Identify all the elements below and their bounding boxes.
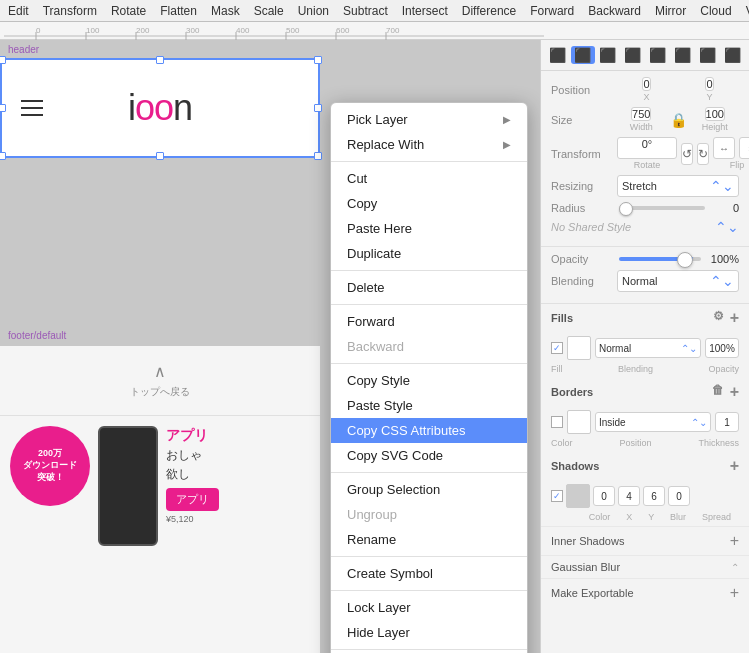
ctx-hide-layer[interactable]: Hide Layer [331, 620, 527, 645]
position-y-input[interactable]: 0 [705, 77, 713, 91]
shadows-add-icon[interactable]: + [730, 457, 739, 475]
fill-blending-select[interactable]: Normal ⌃⌄ [595, 338, 701, 358]
align-left-icon[interactable]: ⬛ [546, 46, 570, 64]
border-color-sublabel: Color [551, 438, 573, 448]
shadow-y-value[interactable]: 4 [618, 486, 640, 506]
border-thickness-value[interactable]: 1 [715, 412, 739, 432]
ctx-delete[interactable]: Delete [331, 275, 527, 300]
shared-style-arrow-icon[interactable]: ⌃⌄ [715, 219, 739, 235]
fill-blending-arrow-icon: ⌃⌄ [681, 343, 697, 354]
rotate-ccw-button[interactable]: ↺ [681, 143, 693, 165]
flip-h-button[interactable]: ↔ [713, 137, 735, 159]
menu-forward[interactable]: Forward [530, 4, 574, 18]
rotate-input[interactable]: 0° [617, 137, 677, 159]
flip-v-button[interactable]: ↕ [739, 137, 749, 159]
radius-slider[interactable] [619, 206, 705, 210]
menu-intersect[interactable]: Intersect [402, 4, 448, 18]
align-bottom-icon[interactable]: ⬛ [671, 46, 695, 64]
ctx-copy[interactable]: Copy [331, 191, 527, 216]
align-center-h-icon[interactable]: ⬛ [571, 46, 595, 64]
ctx-group-selection[interactable]: Group Selection [331, 477, 527, 502]
menu-transform[interactable]: Transform [43, 4, 97, 18]
ctx-forward[interactable]: Forward [331, 309, 527, 334]
shadow-x-sublabel: X [626, 512, 632, 522]
align-top-icon[interactable]: ⬛ [621, 46, 645, 64]
ctx-ungroup[interactable]: Ungroup [331, 502, 527, 527]
blending-select[interactable]: Normal ⌃⌄ [617, 270, 739, 292]
distribute-v-icon[interactable]: ⬛ [721, 46, 745, 64]
fill-checkbox[interactable] [551, 342, 563, 354]
ctx-copy-svg[interactable]: Copy SVG Code [331, 443, 527, 468]
borders-trash-icon[interactable]: 🗑 [712, 383, 724, 401]
ctx-copy-style[interactable]: Copy Style [331, 368, 527, 393]
menu-mirror[interactable]: Mirror [655, 4, 686, 18]
ctx-separator-4 [331, 363, 527, 364]
right-panel: ⬛ ⬛ ⬛ ⬛ ⬛ ⬛ ⬛ ⬛ Position 0 X 0 Y [540, 40, 749, 653]
y-input-group: 0 Y [680, 77, 739, 102]
menu-flatten[interactable]: Flatten [160, 4, 197, 18]
position-x-input[interactable]: 0 [642, 77, 650, 91]
menu-mask[interactable]: Mask [211, 4, 240, 18]
shadows-header: Shadows + [541, 452, 749, 480]
ctx-copy-css[interactable]: Copy CSS Attributes [331, 418, 527, 443]
menu-cloud[interactable]: Cloud [700, 4, 731, 18]
shadow-x-value[interactable]: 0 [593, 486, 615, 506]
fill-opacity-value[interactable]: 100% [705, 338, 739, 358]
align-center-v-icon[interactable]: ⬛ [646, 46, 670, 64]
align-right-icon[interactable]: ⬛ [596, 46, 620, 64]
menu-scale[interactable]: Scale [254, 4, 284, 18]
ctx-create-symbol[interactable]: Create Symbol [331, 561, 527, 586]
opacity-slider[interactable] [619, 257, 701, 261]
shadow-blur-value[interactable]: 6 [643, 486, 665, 506]
text-col: アプリ おしゃ欲し アプリ ¥5,120 [166, 426, 310, 646]
ctx-duplicate[interactable]: Duplicate [331, 241, 527, 266]
canvas-area[interactable]: header ioon footer/default [0, 40, 540, 653]
shared-style-text: No Shared Style [551, 221, 631, 233]
borders-add-icon[interactable]: + [730, 383, 739, 401]
ctx-cut[interactable]: Cut [331, 166, 527, 191]
height-input-group: 100 Height [691, 107, 740, 132]
ctx-replace-with[interactable]: Replace With ▶ [331, 132, 527, 157]
menu-backward[interactable]: Backward [588, 4, 641, 18]
fills-add-icon[interactable]: + [730, 309, 739, 327]
ctx-pick-layer[interactable]: Pick Layer ▶ [331, 107, 527, 132]
ctx-rename[interactable]: Rename [331, 527, 527, 552]
ruler-marks: 0 100 200 300 400 500 600 700 [4, 22, 544, 40]
ctx-paste-style[interactable]: Paste Style [331, 393, 527, 418]
resizing-select[interactable]: Stretch ⌃⌄ [617, 175, 739, 197]
border-checkbox[interactable] [551, 416, 563, 428]
lock-aspect-icon[interactable]: 🔒 [670, 112, 687, 128]
height-input[interactable]: 100 [705, 107, 725, 121]
menu-edit[interactable]: Edit [8, 4, 29, 18]
menu-difference[interactable]: Difference [462, 4, 516, 18]
menu-union[interactable]: Union [298, 4, 329, 18]
rotate-cw-button[interactable]: ↻ [697, 143, 709, 165]
border-position-sublabel: Position [573, 438, 699, 448]
submenu-arrow-icon: ▶ [503, 114, 511, 125]
make-exportable-row[interactable]: Make Exportable + [541, 578, 749, 607]
header-mockup: ioon [0, 58, 320, 158]
inner-shadows-add-icon[interactable]: + [730, 532, 739, 550]
shadow-color-swatch[interactable] [566, 484, 590, 508]
width-input[interactable]: 750 [631, 107, 651, 121]
position-row: Position 0 X 0 Y [551, 77, 739, 102]
ctx-paste-here[interactable]: Paste Here [331, 216, 527, 241]
size-row: Size 750 Width 🔒 100 Height [551, 107, 739, 132]
shadow-spread-value[interactable]: 0 [668, 486, 690, 506]
ctx-lock-layer[interactable]: Lock Layer [331, 595, 527, 620]
distribute-h-icon[interactable]: ⬛ [696, 46, 720, 64]
menu-subtract[interactable]: Subtract [343, 4, 388, 18]
fills-settings-icon[interactable]: ⚙ [713, 309, 724, 327]
border-color-swatch[interactable] [567, 410, 591, 434]
shadow-checkbox[interactable] [551, 490, 563, 502]
menu-view[interactable]: View [746, 4, 749, 18]
blending-label: Blending [551, 275, 613, 287]
svg-text:400: 400 [236, 26, 250, 35]
border-position-select[interactable]: Inside ⌃⌄ [595, 412, 711, 432]
x-sublabel: X [643, 92, 649, 102]
opacity-value: 100% [707, 253, 739, 265]
fill-color-swatch[interactable] [567, 336, 591, 360]
menu-rotate[interactable]: Rotate [111, 4, 146, 18]
make-exportable-add-icon[interactable]: + [730, 584, 739, 602]
ctx-backward[interactable]: Backward [331, 334, 527, 359]
